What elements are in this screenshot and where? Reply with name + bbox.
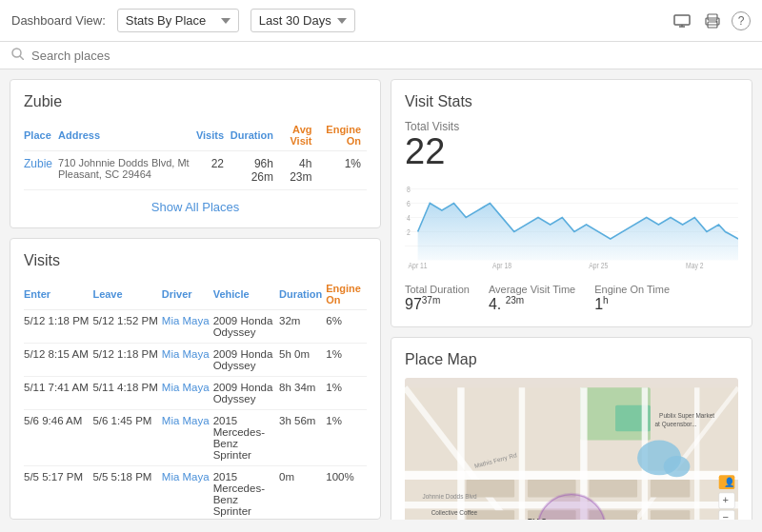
header-icons: ? <box>671 10 751 32</box>
svg-text:2: 2 <box>407 227 411 237</box>
right-column: Visit Stats Total Visits 22 <box>391 79 752 520</box>
print-icon[interactable] <box>701 10 724 32</box>
col-duration: Duration <box>230 120 279 151</box>
visit-stats-panel: Visit Stats Total Visits 22 <box>391 79 752 327</box>
svg-text:May 2: May 2 <box>686 261 704 270</box>
engine-on-label: Engine On Time <box>594 284 670 295</box>
driver-cell: Mia Maya <box>162 466 213 521</box>
svg-text:BI-LO: BI-LO <box>528 517 547 520</box>
view-select[interactable]: Stats By Place Stats By Driver Stats By … <box>117 9 239 32</box>
svg-text:Apr 25: Apr 25 <box>589 261 609 270</box>
search-icon <box>11 48 24 63</box>
time-select[interactable]: Last 7 Days Last 30 Days Last 90 Days Cu… <box>251 9 355 32</box>
svg-point-48 <box>664 456 691 477</box>
zubie-title: Zubie <box>24 93 367 110</box>
col-leave: Leave <box>92 279 161 310</box>
search-input[interactable] <box>31 49 222 63</box>
svg-rect-41 <box>589 480 637 497</box>
svg-text:6: 6 <box>407 199 411 208</box>
search-bar <box>0 42 762 69</box>
engine-on-cell: 1% <box>317 151 367 190</box>
total-duration-label: Total Duration <box>405 284 470 295</box>
svg-text:👤: 👤 <box>724 478 735 489</box>
place-map-title: Place Map <box>405 351 738 368</box>
vehicle-cell: 2009 Honda Odyssey <box>213 344 279 377</box>
col-driver: Driver <box>162 279 213 310</box>
main-content: Zubie Place Address Visits Duration Avg … <box>0 69 762 529</box>
left-column: Zubie Place Address Visits Duration Avg … <box>10 79 381 520</box>
address-cell: 710 Johnnie Dodds Blvd, Mt Pleasant, SC … <box>58 151 196 190</box>
place-map-panel: Place Map <box>391 337 752 520</box>
svg-text:+: + <box>722 494 728 505</box>
leave-cell: 5/6 1:45 PM <box>92 410 161 466</box>
engine-on-cell: 100% <box>326 466 367 521</box>
map-container[interactable]: Mathis Ferry Rd Johnnie Dodds Blvd Isle … <box>405 378 738 520</box>
svg-text:at Queensbor...: at Queensbor... <box>655 421 697 428</box>
monitor-icon[interactable] <box>671 10 693 32</box>
table-row: 5/5 5:17 PM 5/5 5:18 PM Mia Maya 2015 Me… <box>24 466 367 521</box>
engine-on-cell: 1% <box>326 410 367 466</box>
driver-cell: Mia Maya <box>162 410 213 466</box>
enter-cell: 5/5 5:17 PM <box>24 466 92 521</box>
col-address: Address <box>58 120 196 151</box>
leave-cell: 5/12 1:52 PM <box>92 310 161 344</box>
svg-rect-33 <box>694 388 700 520</box>
avg-visit-cell: 4h 23m <box>279 151 318 190</box>
duration-cell: 96h 26m <box>230 151 279 190</box>
col-visit-duration: Duration <box>279 279 326 310</box>
vehicle-cell: 2009 Honda Odyssey <box>213 310 279 344</box>
help-icon[interactable]: ? <box>732 11 751 30</box>
leave-cell: 5/11 4:18 PM <box>92 377 161 410</box>
engine-on-stat: Engine On Time 1h <box>594 284 670 313</box>
zubie-panel: Zubie Place Address Visits Duration Avg … <box>10 79 381 228</box>
header: Dashboard View: Stats By Place Stats By … <box>0 0 762 42</box>
visits-scroll[interactable]: Enter Leave Driver Vehicle Duration Engi… <box>24 279 367 520</box>
table-row: 5/12 1:18 PM 5/12 1:52 PM Mia Maya 2009 … <box>24 310 367 344</box>
show-all-places-link[interactable]: Show All Places <box>24 200 367 214</box>
svg-text:Johnnie Dodds Blvd: Johnnie Dodds Blvd <box>422 494 477 501</box>
leave-cell: 5/5 5:18 PM <box>92 466 161 521</box>
svg-rect-0 <box>674 15 690 25</box>
stats-row: Total Duration 9737m Average Visit Time … <box>405 284 738 313</box>
svg-text:Apr 11: Apr 11 <box>409 261 428 270</box>
place-cell: Zubie <box>24 151 58 190</box>
svg-rect-30 <box>519 388 525 520</box>
vehicle-cell: 2015 Mercedes-Benz Sprinter <box>213 466 279 521</box>
total-duration-stat: Total Duration 9737m <box>405 284 470 313</box>
avg-visit-label: Average Visit Time <box>489 284 575 295</box>
driver-cell: Mia Maya <box>162 310 213 344</box>
total-visits-value: 22 <box>405 133 738 169</box>
svg-text:Publix Super Market: Publix Super Market <box>659 413 714 421</box>
table-row: 5/12 8:15 AM 5/12 1:18 PM Mia Maya 2009 … <box>24 344 367 377</box>
visits-cell: 22 <box>196 151 230 190</box>
visits-table: Enter Leave Driver Vehicle Duration Engi… <box>24 279 367 520</box>
total-visits-label: Total Visits <box>405 120 738 133</box>
visit-stats-title: Visit Stats <box>405 93 738 110</box>
svg-rect-44 <box>651 480 690 497</box>
avg-visit-stat: Average Visit Time 4. 23m <box>489 284 575 313</box>
zubie-table: Place Address Visits Duration Avg Visit … <box>24 120 367 190</box>
svg-text:Apr 18: Apr 18 <box>492 261 512 270</box>
driver-cell: Mia Maya <box>162 377 213 410</box>
enter-cell: 5/12 8:15 AM <box>24 344 92 377</box>
col-engine-on-visits: Engine On <box>326 279 367 310</box>
svg-text:−: − <box>722 512 728 520</box>
engine-on-value: 1h <box>594 295 670 313</box>
col-vehicle: Vehicle <box>213 279 279 310</box>
svg-rect-25 <box>405 471 738 480</box>
vehicle-cell: 2009 Honda Odyssey <box>213 377 279 410</box>
visit-duration-cell: 0m <box>279 466 326 521</box>
visits-title: Visits <box>24 252 367 269</box>
visit-duration-cell: 8h 34m <box>279 377 326 410</box>
svg-point-6 <box>716 20 718 22</box>
visits-chart: 8 6 4 2 Apr 11 Apr 18 Apr 25 May 2 <box>405 177 738 272</box>
table-row: 5/11 7:41 AM 5/11 4:18 PM Mia Maya 2009 … <box>24 377 367 410</box>
svg-line-8 <box>20 56 24 60</box>
engine-on-cell: 6% <box>326 310 367 344</box>
svg-rect-3 <box>708 14 717 20</box>
enter-cell: 5/6 9:46 AM <box>24 410 92 466</box>
table-row: 5/6 9:46 AM 5/6 1:45 PM Mia Maya 2015 Me… <box>24 410 367 466</box>
dashboard-view-label: Dashboard View: <box>11 13 106 28</box>
engine-on-cell: 1% <box>326 377 367 410</box>
svg-text:8: 8 <box>407 185 411 194</box>
